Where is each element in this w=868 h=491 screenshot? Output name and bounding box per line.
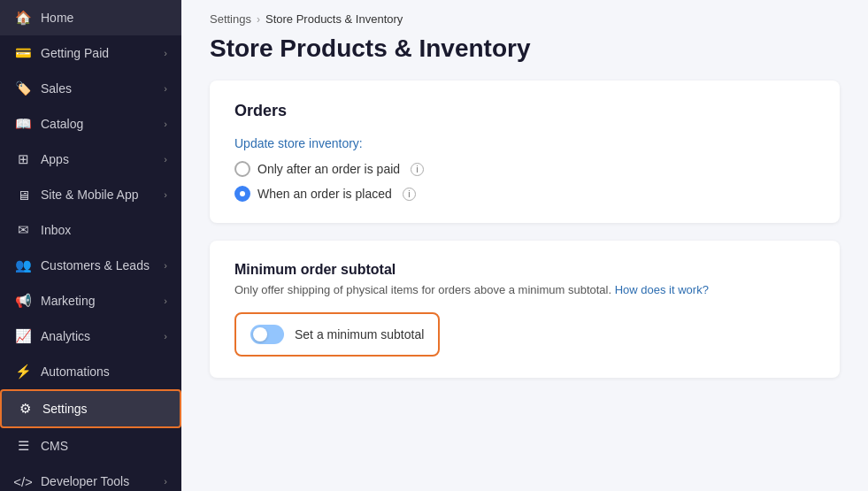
info-icon-when-placed[interactable]: i: [403, 188, 416, 201]
chevron-icon-getting-paid: ›: [164, 48, 167, 58]
sidebar-item-getting-paid[interactable]: 💳Getting Paid›: [0, 35, 181, 71]
sidebar-item-inbox[interactable]: ✉Inbox: [0, 212, 181, 248]
cms-icon: ☰: [14, 437, 32, 455]
marketing-icon: 📢: [14, 292, 32, 310]
main-content: Settings › Store Products & Inventory St…: [181, 0, 868, 491]
sidebar-item-site-mobile[interactable]: 🖥Site & Mobile App›: [0, 177, 181, 212]
inventory-radio-group: Only after an order is paid i When an or…: [234, 161, 815, 202]
chevron-icon-apps: ›: [164, 154, 167, 165]
min-order-desc-text: Only offer shipping of physical items fo…: [234, 283, 615, 296]
how-does-it-work-link[interactable]: How does it work?: [615, 283, 709, 296]
min-subtotal-toggle-label: Set a minimum subtotal: [295, 327, 424, 341]
sidebar-label-sales: Sales: [41, 81, 164, 96]
sales-icon: 🏷️: [14, 80, 32, 97]
sidebar-item-catalog[interactable]: 📖Catalog›: [0, 106, 181, 142]
apps-icon: ⊞: [14, 150, 32, 168]
page-title: Store Products & Inventory: [181, 31, 868, 81]
radio-when-placed[interactable]: When an order is placed i: [234, 186, 815, 202]
chevron-icon-sales: ›: [164, 83, 167, 94]
catalog-icon: 📖: [14, 115, 32, 133]
analytics-icon: 📈: [14, 327, 32, 345]
getting-paid-icon: 💳: [14, 44, 32, 62]
info-icon-after-paid[interactable]: i: [411, 163, 424, 176]
sidebar-item-customers-leads[interactable]: 👥Customers & Leads›: [0, 248, 181, 283]
sidebar-label-inbox: Inbox: [41, 223, 167, 237]
chevron-icon-developer-tools: ›: [164, 476, 167, 487]
inbox-icon: ✉: [14, 221, 32, 239]
orders-card-title: Orders: [234, 102, 815, 120]
radio-after-paid-label: Only after an order is paid: [257, 162, 400, 176]
sidebar-item-developer-tools[interactable]: </>Developer Tools›: [0, 464, 181, 491]
inventory-label: Update store inventory:: [234, 136, 815, 150]
home-icon: 🏠: [14, 9, 32, 27]
sidebar-item-settings[interactable]: ⚙Settings: [0, 389, 181, 428]
min-subtotal-toggle-row[interactable]: Set a minimum subtotal: [234, 312, 440, 357]
orders-card: Orders Update store inventory: Only afte…: [210, 81, 840, 223]
sidebar-label-site-mobile: Site & Mobile App: [41, 188, 164, 202]
sidebar-item-marketing[interactable]: 📢Marketing›: [0, 283, 181, 318]
sidebar-item-cms[interactable]: ☰CMS: [0, 428, 181, 464]
min-order-title: Minimum order subtotal: [234, 262, 815, 278]
sidebar-label-settings: Settings: [42, 402, 165, 416]
sidebar-label-catalog: Catalog: [41, 117, 164, 131]
automations-icon: ⚡: [14, 363, 32, 380]
breadcrumb-current: Store Products & Inventory: [265, 12, 403, 26]
sidebar-label-developer-tools: Developer Tools: [41, 474, 164, 488]
radio-circle-when-placed: [234, 186, 250, 202]
min-order-desc: Only offer shipping of physical items fo…: [234, 283, 815, 296]
sidebar-label-analytics: Analytics: [41, 329, 164, 343]
sidebar-label-customers-leads: Customers & Leads: [41, 258, 164, 272]
min-subtotal-toggle[interactable]: [250, 325, 284, 344]
sidebar-item-analytics[interactable]: 📈Analytics›: [0, 318, 181, 354]
chevron-icon-catalog: ›: [164, 119, 167, 129]
chevron-icon-customers-leads: ›: [164, 260, 167, 271]
sidebar-label-getting-paid: Getting Paid: [41, 46, 164, 60]
chevron-icon-site-mobile: ›: [164, 189, 167, 200]
radio-circle-after-paid: [234, 161, 250, 177]
sidebar-label-automations: Automations: [41, 364, 167, 379]
breadcrumb: Settings › Store Products & Inventory: [181, 0, 868, 31]
developer-tools-icon: </>: [14, 472, 32, 490]
radio-after-paid[interactable]: Only after an order is paid i: [234, 161, 815, 177]
chevron-icon-analytics: ›: [164, 331, 167, 341]
sidebar-label-marketing: Marketing: [41, 294, 164, 308]
sidebar-item-sales[interactable]: 🏷️Sales›: [0, 71, 181, 106]
radio-when-placed-label: When an order is placed: [257, 187, 392, 201]
customers-leads-icon: 👥: [14, 257, 32, 274]
chevron-icon-marketing: ›: [164, 295, 167, 306]
settings-icon: ⚙: [16, 400, 34, 418]
sidebar-item-automations[interactable]: ⚡Automations: [0, 354, 181, 389]
sidebar-label-home: Home: [41, 11, 167, 25]
breadcrumb-settings-link[interactable]: Settings: [210, 12, 251, 26]
min-order-card: Minimum order subtotal Only offer shippi…: [210, 241, 840, 378]
content-area: Orders Update store inventory: Only afte…: [181, 81, 868, 399]
sidebar: 🏠Home💳Getting Paid›🏷️Sales›📖Catalog›⊞App…: [0, 0, 181, 491]
breadcrumb-separator: ›: [257, 13, 260, 26]
sidebar-label-apps: Apps: [41, 152, 164, 166]
sidebar-item-apps[interactable]: ⊞Apps›: [0, 142, 181, 177]
sidebar-label-cms: CMS: [41, 439, 167, 453]
sidebar-item-home[interactable]: 🏠Home: [0, 0, 181, 35]
site-mobile-icon: 🖥: [14, 186, 32, 203]
